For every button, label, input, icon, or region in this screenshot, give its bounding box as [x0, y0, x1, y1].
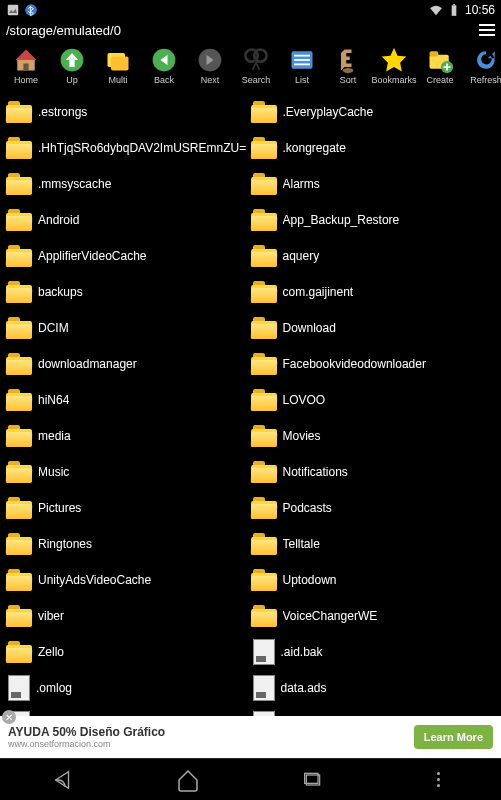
list-icon [288, 46, 316, 74]
file-name: backups [38, 285, 83, 299]
file-item[interactable]: Pictures [6, 490, 251, 526]
file-item[interactable]: .aid.bak [251, 634, 496, 670]
menu-icon[interactable] [479, 24, 495, 36]
file-item[interactable]: UnityAdsVideoCache [6, 562, 251, 598]
up-button[interactable]: Up [50, 46, 94, 85]
file-name: VoiceChangerWE [283, 609, 378, 623]
home-button[interactable]: Home [4, 46, 48, 85]
recent-nav-button[interactable] [288, 765, 338, 795]
file-item[interactable]: Alarms [251, 166, 496, 202]
file-item[interactable]: VoiceChangerWE [251, 598, 496, 634]
folder-icon [6, 281, 32, 303]
file-item[interactable]: Podcasts [251, 490, 496, 526]
overflow-nav-button[interactable] [413, 765, 463, 795]
android-nav-bar [0, 758, 501, 800]
file-item[interactable]: downloadmanager [6, 346, 251, 382]
up-icon [58, 46, 86, 74]
file-item[interactable]: media [6, 418, 251, 454]
file-icon [8, 675, 30, 701]
file-item[interactable]: Ringtones [6, 526, 251, 562]
svg-rect-15 [294, 59, 310, 61]
folder-icon [6, 317, 32, 339]
folder-icon [251, 425, 277, 447]
ad-close-button[interactable]: ✕ [2, 710, 16, 724]
file-item[interactable]: ApplifierVideoCache [6, 238, 251, 274]
toolbar-label: Search [242, 75, 271, 85]
file-item[interactable]: Notifications [251, 454, 496, 490]
battery-icon [447, 3, 461, 17]
toolbar-label: Up [66, 75, 78, 85]
file-item[interactable]: Facebookvideodownloader [251, 346, 496, 382]
toolbar-label: Bookmarks [372, 75, 417, 85]
refresh-button[interactable]: Refresh [464, 46, 501, 85]
toolbar-label: Home [14, 75, 38, 85]
file-item[interactable]: backups [6, 274, 251, 310]
file-item[interactable]: .omlog [6, 670, 251, 706]
folder-icon [6, 389, 32, 411]
file-item[interactable]: Music [6, 454, 251, 490]
sort-button[interactable]: Sort [326, 46, 370, 85]
next-button[interactable]: Next [188, 46, 232, 85]
file-name: Ringtones [38, 537, 92, 551]
folder-icon [6, 173, 32, 195]
file-item[interactable]: data.ads [251, 670, 496, 706]
file-item[interactable]: com.gaijinent [251, 274, 496, 310]
file-name: App_Backup_Restore [283, 213, 400, 227]
status-bar: 10:56 [0, 0, 501, 20]
list-button[interactable]: List [280, 46, 324, 85]
bookmarks-button[interactable]: Bookmarks [372, 46, 416, 85]
file-item[interactable]: Telltale [251, 526, 496, 562]
file-item[interactable]: .estrongs [6, 94, 251, 130]
toolbar-label: Sort [340, 75, 357, 85]
back-button[interactable]: Back [142, 46, 186, 85]
file-item[interactable]: App_Backup_Restore [251, 202, 496, 238]
folder-icon [6, 461, 32, 483]
file-item[interactable]: Android [6, 202, 251, 238]
file-name: Pictures [38, 501, 81, 515]
file-name: Alarms [283, 177, 320, 191]
file-item[interactable]: .mmsyscache [6, 166, 251, 202]
file-item[interactable]: Movies [251, 418, 496, 454]
create-button[interactable]: Create [418, 46, 462, 85]
search-button[interactable]: Search [234, 46, 278, 85]
file-item[interactable]: aquery [251, 238, 496, 274]
folder-icon [251, 569, 277, 591]
svg-rect-2 [452, 5, 457, 16]
toolbar-label: Refresh [470, 75, 501, 85]
gallery-icon [6, 3, 20, 17]
file-item[interactable]: DCIM [6, 310, 251, 346]
folder-icon [6, 533, 32, 555]
file-item[interactable]: LOVOO [251, 382, 496, 418]
file-name: .kongregate [283, 141, 346, 155]
folder-icon [251, 605, 277, 627]
folder-icon [251, 317, 277, 339]
back-nav-button[interactable] [38, 765, 88, 795]
file-name: ApplifierVideoCache [38, 249, 147, 263]
file-name: aquery [283, 249, 320, 263]
file-item[interactable]: Zello [6, 634, 251, 670]
svg-point-17 [343, 67, 354, 72]
file-name: viber [38, 609, 64, 623]
file-name: data.ads [281, 681, 327, 695]
file-name: .mmsyscache [38, 177, 111, 191]
home-nav-button[interactable] [163, 765, 213, 795]
multi-button[interactable]: Multi [96, 46, 140, 85]
file-item[interactable]: .HhTjqSRo6dybqDAV2ImUSREmnZU= [6, 130, 251, 166]
file-item[interactable]: Download [251, 310, 496, 346]
folder-icon [251, 137, 277, 159]
file-name: Uptodown [283, 573, 337, 587]
file-item[interactable]: .kongregate [251, 130, 496, 166]
ad-banner[interactable]: ✕ AYUDA 50% Diseño Gráfico www.onsetform… [0, 716, 501, 758]
svg-rect-3 [453, 4, 455, 5]
current-path: /storage/emulated/0 [6, 23, 121, 38]
file-item[interactable]: viber [6, 598, 251, 634]
file-name: media [38, 429, 71, 443]
file-name: DCIM [38, 321, 69, 335]
file-item[interactable]: .EveryplayCache [251, 94, 496, 130]
file-name: LOVOO [283, 393, 326, 407]
ad-cta-button[interactable]: Learn More [414, 725, 493, 749]
folder-icon [251, 281, 277, 303]
svg-rect-14 [294, 54, 310, 56]
file-item[interactable]: Uptodown [251, 562, 496, 598]
file-item[interactable]: hiN64 [6, 382, 251, 418]
